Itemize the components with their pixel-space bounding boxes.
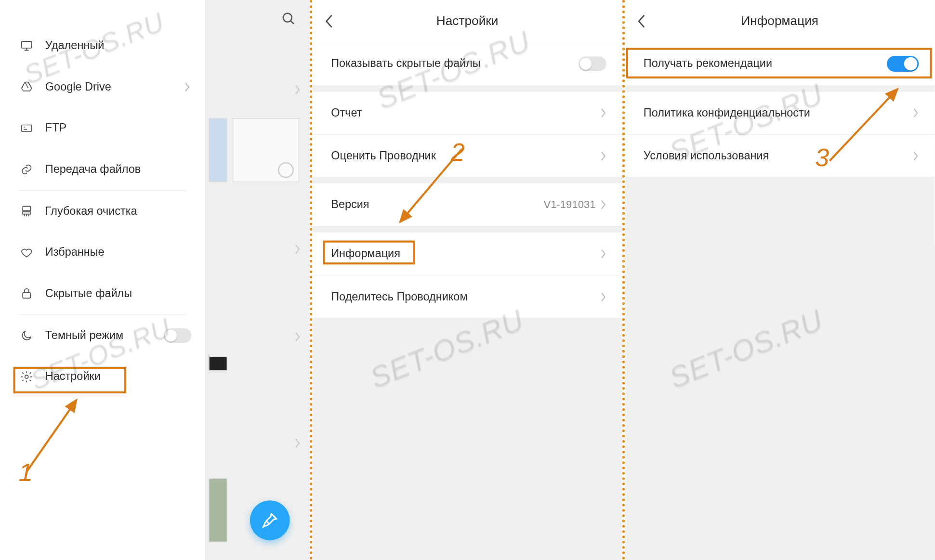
toggle-show-hidden[interactable] bbox=[579, 56, 606, 71]
row-report[interactable]: Отчет bbox=[313, 91, 622, 134]
svg-point-6 bbox=[283, 13, 292, 22]
clean-fab[interactable] bbox=[250, 500, 290, 540]
file-thumbnail[interactable] bbox=[209, 479, 227, 542]
row-label: Поделитесь Проводником bbox=[331, 290, 601, 303]
watermark: SET-OS.RU bbox=[664, 303, 828, 394]
broom-icon bbox=[20, 205, 33, 218]
annotation-number-1: 1 bbox=[19, 458, 33, 487]
settings-header: Информация bbox=[625, 0, 935, 42]
panel-settings: Настройки Показывать скрытые файлы Отчет… bbox=[313, 0, 622, 560]
heart-icon bbox=[20, 246, 33, 260]
svg-rect-3 bbox=[23, 293, 30, 298]
row-privacy[interactable]: Политика конфиденциальности bbox=[625, 91, 935, 134]
drawer-item-label: FTP bbox=[45, 122, 192, 135]
drawer-item-label: Настройки bbox=[45, 370, 192, 384]
row-label: Версия bbox=[331, 198, 543, 211]
chevron-right-icon bbox=[601, 292, 606, 301]
drawer-item-favorites[interactable]: Избранные bbox=[0, 232, 205, 273]
drawer-item-hidden[interactable]: Скрытые файлы bbox=[0, 273, 205, 314]
panel-information: Информация Получать рекомендации Политик… bbox=[625, 0, 935, 560]
svg-rect-2 bbox=[23, 206, 30, 210]
search-icon[interactable] bbox=[280, 11, 296, 26]
drawer-item-label: Темный режим bbox=[45, 329, 164, 342]
row-label: Показывать скрытые файлы bbox=[331, 57, 578, 71]
chevron-right-icon bbox=[295, 332, 301, 341]
toggle-darkmode[interactable] bbox=[163, 328, 191, 343]
back-button[interactable] bbox=[313, 0, 346, 42]
drawer-item-transfer[interactable]: Передача файлов bbox=[0, 149, 205, 190]
chevron-right-icon bbox=[295, 439, 301, 448]
svg-rect-1 bbox=[22, 125, 32, 131]
chevron-right-icon bbox=[913, 151, 919, 160]
back-button[interactable] bbox=[625, 0, 658, 42]
chevron-right-icon bbox=[295, 85, 301, 94]
moon-icon bbox=[20, 329, 33, 342]
drawer-item-settings[interactable]: Настройки bbox=[0, 356, 205, 398]
chevron-right-icon bbox=[601, 249, 606, 259]
row-label: Отчет bbox=[331, 106, 601, 120]
drawer-item-label: Избранные bbox=[45, 246, 192, 260]
drawer-item-label: Скрытые файлы bbox=[45, 287, 192, 300]
page-title: Информация bbox=[625, 14, 935, 28]
row-label: Получать рекомендации bbox=[644, 57, 887, 71]
drawer-item-gdrive[interactable]: Google Drive bbox=[0, 66, 205, 108]
toggle-recommendations[interactable] bbox=[887, 56, 919, 72]
link-icon bbox=[20, 163, 33, 176]
ftp-icon bbox=[20, 122, 33, 135]
drawer-item-label: Удаленный bbox=[45, 39, 192, 52]
page-title: Настройки bbox=[313, 14, 622, 28]
drawer-item-label: Передача файлов bbox=[45, 163, 192, 176]
row-label: Политика конфиденциальности bbox=[644, 106, 913, 120]
drawer-item-darkmode[interactable]: Темный режим bbox=[0, 315, 205, 356]
chevron-right-icon bbox=[295, 245, 301, 254]
chevron-right-icon bbox=[913, 108, 919, 117]
svg-rect-0 bbox=[22, 41, 32, 48]
chevron-right-icon bbox=[601, 108, 606, 117]
row-label: Оценить Проводник bbox=[331, 149, 601, 163]
svg-line-5 bbox=[26, 400, 77, 472]
row-show-hidden[interactable]: Показывать скрытые файлы bbox=[313, 42, 622, 85]
chevron-right-icon bbox=[601, 151, 606, 160]
drawer-item-label: Google Drive bbox=[45, 80, 185, 94]
gdrive-icon bbox=[20, 80, 33, 94]
panel-file-manager: Удаленный Google Drive FTP bbox=[0, 0, 310, 560]
gear-icon bbox=[20, 370, 33, 384]
drawer-item-ftp[interactable]: FTP bbox=[0, 108, 205, 149]
file-grid-strip bbox=[205, 0, 310, 560]
settings-header: Настройки bbox=[313, 0, 622, 42]
lock-icon bbox=[20, 287, 33, 300]
monitor-icon bbox=[20, 39, 33, 52]
row-share[interactable]: Поделитесь Проводником bbox=[313, 275, 622, 317]
row-recommendations[interactable]: Получать рекомендации bbox=[625, 42, 935, 85]
svg-point-4 bbox=[25, 375, 28, 378]
row-label: Условия использования bbox=[644, 149, 913, 163]
row-terms[interactable]: Условия использования bbox=[625, 134, 935, 177]
row-rate[interactable]: Оценить Проводник bbox=[313, 134, 622, 177]
drawer-item-label: Глубокая очистка bbox=[45, 205, 192, 218]
row-value: V1-191031 bbox=[543, 199, 595, 211]
drawer: Удаленный Google Drive FTP bbox=[0, 0, 205, 560]
row-information[interactable]: Информация bbox=[313, 233, 622, 275]
select-circle-icon[interactable] bbox=[278, 162, 294, 178]
chevron-right-icon bbox=[601, 200, 606, 209]
row-version[interactable]: Версия V1-191031 bbox=[313, 183, 622, 226]
annotation-arrow-1 bbox=[20, 392, 93, 478]
row-label: Информация bbox=[331, 247, 601, 260]
file-thumbnail[interactable] bbox=[209, 118, 227, 182]
drawer-item-deepclean[interactable]: Глубокая очистка bbox=[0, 191, 205, 232]
file-thumbnail[interactable] bbox=[209, 356, 227, 371]
drawer-item-remote[interactable]: Удаленный bbox=[0, 25, 205, 66]
chevron-right-icon bbox=[185, 82, 192, 91]
